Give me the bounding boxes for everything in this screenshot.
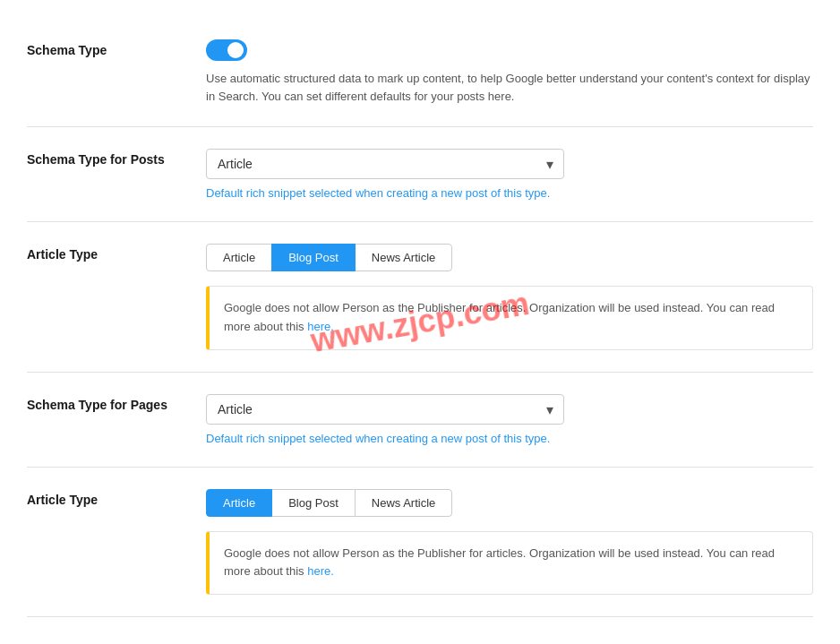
schema-type-toggle[interactable] bbox=[206, 39, 247, 61]
article-type-posts-btn-newsarticle[interactable]: News Article bbox=[355, 244, 453, 271]
schema-type-posts-select-wrapper: Article Blog Post News Article bbox=[206, 149, 564, 179]
article-type-pages-warning-link[interactable]: here. bbox=[307, 564, 334, 578]
schema-type-posts-content: Article Blog Post News Article Default r… bbox=[206, 149, 813, 200]
schema-type-pages-label: Schema Type for Pages bbox=[27, 394, 206, 412]
article-type-posts-btn-group: Article Blog Post News Article bbox=[206, 244, 813, 271]
article-type-posts-warning: Google does not allow Person as the Publ… bbox=[206, 286, 813, 350]
article-type-pages-row: Article Type Article Blog Post News Arti… bbox=[27, 468, 813, 618]
article-type-posts-row: Article Type Article Blog Post News Arti… bbox=[27, 222, 813, 373]
article-type-pages-btn-blogpost[interactable]: Blog Post bbox=[271, 489, 356, 517]
schema-type-description: Use automatic structured data to mark up… bbox=[206, 70, 813, 105]
schema-type-posts-select[interactable]: Article Blog Post News Article bbox=[206, 149, 564, 179]
article-type-posts-label: Article Type bbox=[27, 244, 206, 262]
schema-type-label: Schema Type bbox=[27, 39, 206, 57]
schema-type-posts-row: Schema Type for Posts Article Blog Post … bbox=[27, 127, 813, 222]
schema-type-posts-label: Schema Type for Posts bbox=[27, 149, 206, 167]
schema-type-content: Use automatic structured data to mark up… bbox=[206, 39, 813, 105]
schema-type-pages-helper: Default rich snippet selected when creat… bbox=[206, 432, 813, 445]
schema-type-pages-row: Schema Type for Pages Article Blog Post … bbox=[27, 373, 813, 468]
article-type-pages-content: Article Blog Post News Article Google do… bbox=[206, 489, 813, 596]
article-type-posts-btn-blogpost[interactable]: Blog Post bbox=[271, 244, 356, 271]
article-type-pages-warning: Google does not allow Person as the Publ… bbox=[206, 531, 813, 596]
article-type-posts-warning-link[interactable]: here. bbox=[307, 320, 334, 333]
schema-type-pages-select-wrapper: Article Blog Post News Article bbox=[206, 394, 564, 425]
article-type-posts-btn-article[interactable]: Article bbox=[206, 244, 272, 271]
article-type-pages-btn-group: Article Blog Post News Article bbox=[206, 489, 813, 517]
schema-type-row: Schema Type Use automatic structured dat… bbox=[27, 18, 813, 127]
article-type-pages-label: Article Type bbox=[27, 489, 206, 507]
schema-type-posts-helper: Default rich snippet selected when creat… bbox=[206, 186, 813, 200]
schema-type-pages-content: Article Blog Post News Article Default r… bbox=[206, 394, 813, 445]
article-type-pages-btn-article[interactable]: Article bbox=[206, 489, 272, 517]
article-type-pages-btn-newsarticle[interactable]: News Article bbox=[355, 489, 453, 517]
article-type-posts-content: Article Blog Post News Article Google do… bbox=[206, 244, 813, 350]
schema-type-pages-select[interactable]: Article Blog Post News Article bbox=[206, 394, 564, 425]
